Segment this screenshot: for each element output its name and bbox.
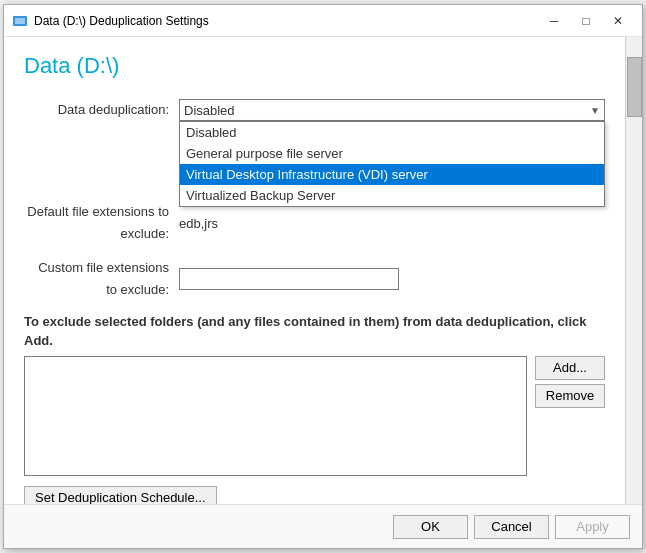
content: Data (D:\) Data deduplication: Disabled … — [4, 37, 642, 504]
minimize-button[interactable]: ─ — [538, 11, 570, 31]
add-button[interactable]: Add... — [535, 356, 605, 380]
folders-buttons: Add... Remove — [535, 356, 605, 476]
dropdown-arrow-icon: ▼ — [590, 105, 600, 116]
deduplication-control: Disabled ▼ Disabled General purpose file… — [179, 99, 605, 121]
deduplication-row: Data deduplication: Disabled ▼ Disabled … — [24, 99, 605, 121]
svg-rect-1 — [15, 18, 25, 24]
remove-button[interactable]: Remove — [535, 384, 605, 408]
dropdown-option-vdi[interactable]: Virtual Desktop Infrastructure (VDI) ser… — [180, 164, 604, 185]
page-title: Data (D:\) — [24, 53, 605, 79]
apply-button[interactable]: Apply — [555, 515, 630, 539]
dropdown-option-disabled[interactable]: Disabled — [180, 122, 604, 143]
bottom-bar: OK Cancel Apply — [4, 504, 642, 548]
deduplication-label: Data deduplication: — [24, 99, 179, 121]
dropdown-option-general[interactable]: General purpose file server — [180, 143, 604, 164]
titlebar-controls: ─ □ ✕ — [538, 11, 634, 31]
default-ext-label: Default file extensions to exclude: — [24, 201, 179, 245]
exclude-label-add: Add. — [24, 333, 53, 348]
main-area: Data (D:\) Data deduplication: Disabled … — [4, 37, 625, 504]
custom-ext-input[interactable] — [179, 268, 399, 290]
scrollbar-track — [625, 37, 642, 504]
exclude-section-label: To exclude selected folders (and any fil… — [24, 313, 605, 349]
maximize-button[interactable]: □ — [570, 11, 602, 31]
custom-ext-control — [179, 268, 605, 290]
scrollbar-thumb[interactable] — [627, 57, 642, 117]
close-button[interactable]: ✕ — [602, 11, 634, 31]
deduplication-dropdown[interactable]: Disabled ▼ — [179, 99, 605, 121]
folders-list — [24, 356, 527, 476]
dropdown-option-backup[interactable]: Virtualized Backup Server — [180, 185, 604, 206]
folders-area: Add... Remove — [24, 356, 605, 476]
deduplication-selected-value: Disabled — [184, 103, 235, 118]
default-ext-value: edb,jrs — [179, 216, 218, 231]
cancel-button[interactable]: Cancel — [474, 515, 549, 539]
window: Data (D:\) Deduplication Settings ─ □ ✕ … — [3, 4, 643, 549]
deduplication-dropdown-menu: Disabled General purpose file server Vir… — [179, 121, 605, 207]
ok-button[interactable]: OK — [393, 515, 468, 539]
titlebar: Data (D:\) Deduplication Settings ─ □ ✕ — [4, 5, 642, 37]
exclude-label-text: To exclude selected folders (and any fil… — [24, 314, 587, 329]
custom-ext-row: Custom file extensions to exclude: — [24, 257, 605, 301]
default-ext-row: Default file extensions to exclude: edb,… — [24, 201, 605, 245]
deduplication-dropdown-wrapper: Disabled ▼ Disabled General purpose file… — [179, 99, 605, 121]
custom-ext-label: Custom file extensions to exclude: — [24, 257, 179, 301]
schedule-button[interactable]: Set Deduplication Schedule... — [24, 486, 217, 504]
window-icon — [12, 13, 28, 29]
titlebar-title: Data (D:\) Deduplication Settings — [34, 14, 538, 28]
